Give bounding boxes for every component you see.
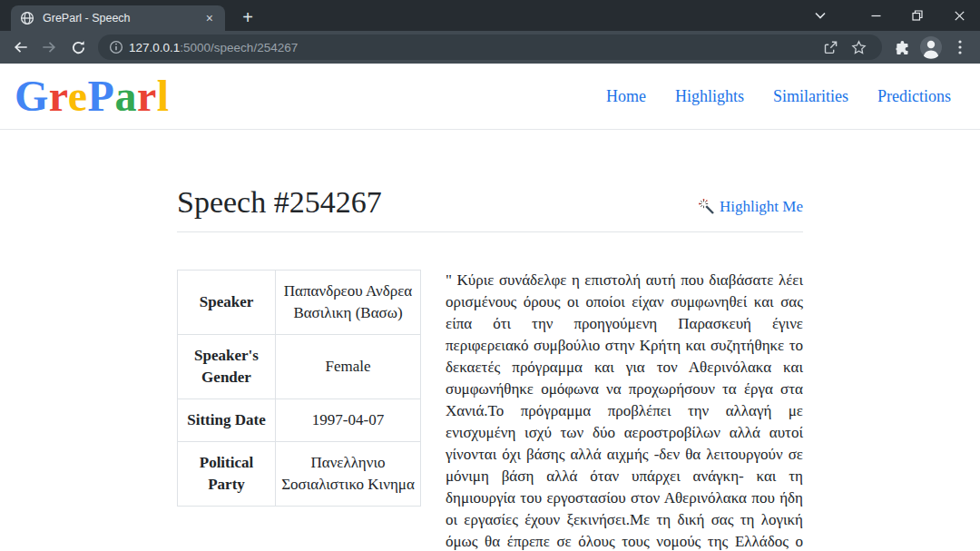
page-content: GreParl Home Highlights Similarities Pre… xyxy=(0,64,980,551)
detail-label: Political Party xyxy=(178,442,276,507)
greparl-logo[interactable]: GreParl xyxy=(15,74,170,118)
speech-text: " Κύριε συνάδελφε η επιστολή αυτή που δι… xyxy=(446,270,803,551)
main-nav: Home Highlights Similarities Predictions xyxy=(592,87,965,106)
tab-strip: GreParl - Speech × + xyxy=(0,0,980,31)
forward-button[interactable] xyxy=(34,33,64,62)
logo-letter: r xyxy=(137,72,157,120)
globe-favicon xyxy=(20,11,34,25)
reload-button[interactable] xyxy=(64,33,93,62)
logo-letter: l xyxy=(157,72,170,120)
browser-menu-kebab-icon[interactable] xyxy=(946,33,975,62)
detail-value: 1997-04-07 xyxy=(276,399,421,442)
divider xyxy=(177,231,803,232)
nav-link-predictions[interactable]: Predictions xyxy=(863,87,965,106)
detail-value: Παπανδρεου Ανδρεα Βασιλικη (Βασω) xyxy=(276,271,421,335)
detail-label: Sitting Date xyxy=(178,399,276,442)
browser-chrome: GreParl - Speech × + xyxy=(0,0,980,64)
url-path: :5000/speech/254267 xyxy=(180,41,298,54)
detail-label: Speaker's Gender xyxy=(178,335,276,399)
highlight-me-link[interactable]: Highlight Me xyxy=(699,198,803,219)
detail-value: Female xyxy=(276,335,421,399)
speech-details-table: Speaker Παπανδρεου Ανδρεα Βασιλικη (Βασω… xyxy=(177,270,421,507)
page-title: Speech #254267 xyxy=(177,185,382,219)
table-row-speaker: Speaker Παπανδρεου Ανδρεα Βασιλικη (Βασω… xyxy=(178,271,421,335)
logo-letter: G xyxy=(15,72,49,120)
browser-toolbar: 127.0.0.1:5000/speech/254267 xyxy=(0,31,980,64)
main-container: Speech #254267 xyxy=(177,130,803,551)
back-button[interactable] xyxy=(5,33,34,62)
close-window-button[interactable] xyxy=(938,0,980,31)
table-row-sitting-date: Sitting Date 1997-04-07 xyxy=(178,399,421,442)
nav-link-similarities[interactable]: Similarities xyxy=(759,87,863,106)
nav-link-home[interactable]: Home xyxy=(592,87,661,106)
magic-wand-icon xyxy=(699,199,715,215)
logo-letter: e xyxy=(68,72,88,120)
detail-value: Πανελληνιο Σοσιαλιστικο Κινημα xyxy=(276,442,421,507)
restore-button[interactable] xyxy=(897,0,938,31)
window-controls xyxy=(802,0,980,31)
table-row-political-party: Political Party Πανελληνιο Σοσιαλιστικο … xyxy=(178,442,421,507)
tab-title: GreParl - Speech xyxy=(43,12,203,25)
table-row-gender: Speaker's Gender Female xyxy=(178,335,421,399)
share-icon[interactable] xyxy=(817,40,845,55)
title-row: Speech #254267 xyxy=(177,185,803,219)
address-bar[interactable]: 127.0.0.1:5000/speech/254267 xyxy=(98,34,882,60)
browser-tab[interactable]: GreParl - Speech × xyxy=(11,5,225,31)
url-host: 127.0.0.1 xyxy=(129,41,180,54)
bookmark-star-icon[interactable] xyxy=(845,40,873,55)
highlight-me-label: Highlight Me xyxy=(720,198,803,216)
site-header: GreParl Home Highlights Similarities Pre… xyxy=(0,64,980,130)
tab-search-chevron-icon[interactable] xyxy=(802,0,838,31)
logo-letter: a xyxy=(114,72,137,120)
logo-letter: r xyxy=(49,72,68,120)
url-text[interactable]: 127.0.0.1:5000/speech/254267 xyxy=(129,41,817,54)
tab-close-icon[interactable]: × xyxy=(203,12,216,25)
minimize-button[interactable] xyxy=(855,0,897,31)
new-tab-button[interactable]: + xyxy=(236,6,260,30)
content-row: Speaker Παπανδρεου Ανδρεα Βασιλικη (Βασω… xyxy=(177,270,803,551)
extensions-puzzle-icon[interactable] xyxy=(887,33,916,62)
detail-label: Speaker xyxy=(178,271,276,335)
logo-letter: P xyxy=(88,72,115,120)
nav-link-highlights[interactable]: Highlights xyxy=(661,87,759,106)
site-info-icon[interactable] xyxy=(109,40,123,54)
profile-avatar[interactable] xyxy=(916,33,946,62)
